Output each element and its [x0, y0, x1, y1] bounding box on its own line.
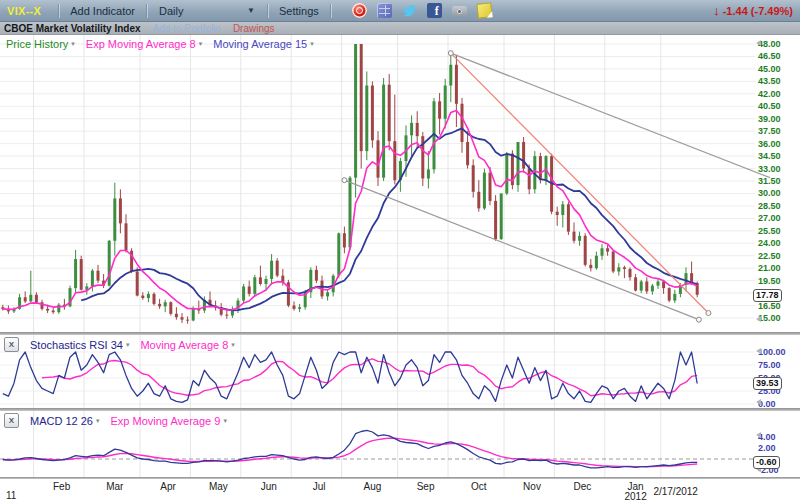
- change-readout: -1.44 (-7.49%): [723, 5, 793, 17]
- settings-button[interactable]: Settings: [276, 5, 322, 17]
- price-panel-header: Price History▾Exp Moving Average 8▾Movin…: [6, 38, 314, 50]
- axis-scroll-arrow[interactable]: [756, 399, 761, 405]
- drawings-link[interactable]: Drawings: [233, 23, 275, 34]
- price-last-badge: 17.78: [753, 289, 782, 302]
- price-history-dropdown[interactable]: Price History▾: [6, 38, 75, 50]
- indicator-label: Exp Moving Average 9: [111, 415, 221, 427]
- macd-12-26-dropdown[interactable]: MACD 12 26▾: [30, 415, 100, 427]
- indicator-label: MACD 12 26: [30, 415, 93, 427]
- toolbar-separator: [58, 4, 59, 18]
- toolbar-separator: [267, 4, 268, 18]
- indicator-label: Exp Moving Average 8: [86, 38, 196, 50]
- month-label: May: [196, 482, 240, 492]
- toolbar-separator: [330, 4, 331, 18]
- month-label: Jun: [247, 482, 291, 492]
- month-label: Dec: [560, 482, 604, 492]
- timeframe-dropdown[interactable]: Daily ▼: [155, 5, 259, 17]
- stochastics-last-badge: 39.53: [753, 377, 782, 390]
- macd-panel-header: X MACD 12 26▾Exp Moving Average 9▾: [4, 413, 227, 428]
- toolbar-icons: [347, 3, 497, 18]
- exp-moving-average-8-dropdown[interactable]: Exp Moving Average 8▾: [86, 38, 202, 50]
- chevron-down-icon: ▾: [96, 417, 100, 425]
- month-label: Mar: [93, 482, 137, 492]
- chevron-down-icon: ▾: [71, 40, 75, 48]
- month-label: Jan 2012: [614, 482, 658, 502]
- twitter-bird: [402, 3, 417, 18]
- chevron-down-icon: ▾: [231, 341, 235, 349]
- exp-moving-average-9-dropdown[interactable]: Exp Moving Average 9▾: [111, 415, 227, 427]
- symbol-label[interactable]: VIX--X: [7, 5, 41, 17]
- panel-divider[interactable]: [0, 332, 800, 335]
- blocks-icon[interactable]: [377, 3, 392, 18]
- timeframe-value: Daily: [159, 5, 183, 17]
- close-stochastics-button[interactable]: X: [4, 337, 19, 352]
- alert-icon[interactable]: [352, 3, 367, 18]
- chevron-down-icon: ▼: [247, 6, 255, 15]
- indicator-label: Moving Average 8: [140, 339, 228, 351]
- moving-average-8-dropdown[interactable]: Moving Average 8▾: [140, 339, 234, 351]
- year-start-label: 11: [6, 490, 16, 501]
- month-label: Apr: [146, 482, 190, 492]
- instrument-bar: CBOE Market Volatility Index Add to Port…: [0, 22, 800, 35]
- panel-divider[interactable]: [0, 408, 800, 411]
- toolbar: VIX--X Add Indicator Daily ▼ Settings ↓ …: [0, 0, 800, 22]
- indicator-label: Stochastics RSI 34: [30, 339, 123, 351]
- down-arrow-icon: ↓: [713, 4, 720, 17]
- month-label: Sep: [404, 482, 448, 492]
- axis-scroll-arrow[interactable]: [756, 40, 761, 46]
- moving-average-15-dropdown[interactable]: Moving Average 15▾: [213, 38, 314, 50]
- facebook-icon[interactable]: [427, 3, 442, 18]
- chevron-down-icon: ▾: [126, 341, 130, 349]
- time-axis: 11 2/17/2012 FebMarAprMayJunJulAugSepOct…: [0, 479, 800, 502]
- add-to-portfolio-link[interactable]: Add to Portfolio: [153, 23, 221, 34]
- toolbar-separator: [146, 4, 147, 18]
- macd-last-badge: -0.60: [753, 456, 780, 469]
- end-date-label: 2/17/2012: [653, 486, 698, 497]
- twitter-icon[interactable]: [402, 3, 417, 18]
- month-label: Oct: [457, 482, 501, 492]
- month-label: Jul: [297, 482, 341, 492]
- month-label: Aug: [350, 482, 394, 492]
- stochastics-panel-header: X Stochastics RSI 34▾Moving Average 8▾: [4, 337, 235, 352]
- indicator-label: Moving Average 15: [213, 38, 307, 50]
- charting-app: { "toolbar": { "symbol": "VIX--X", "add_…: [0, 0, 800, 502]
- note-icon[interactable]: [476, 2, 492, 18]
- chevron-down-icon: ▾: [310, 40, 314, 48]
- indicator-label: Price History: [6, 38, 68, 50]
- axis-scroll-arrow[interactable]: [756, 432, 761, 438]
- month-label: Feb: [40, 482, 84, 492]
- instrument-title: CBOE Market Volatility Index: [4, 23, 141, 34]
- camera-icon[interactable]: [452, 6, 467, 17]
- close-macd-button[interactable]: X: [4, 413, 19, 428]
- add-indicator-button[interactable]: Add Indicator: [67, 5, 138, 17]
- panel-divider: [0, 477, 800, 479]
- month-label: Nov: [510, 482, 554, 492]
- chevron-down-icon: ▾: [199, 40, 203, 48]
- axis-scroll-arrow[interactable]: [756, 316, 761, 322]
- axis-scroll-arrow[interactable]: [756, 348, 761, 354]
- chevron-down-icon: ▾: [223, 417, 227, 425]
- stochastics-rsi-34-dropdown[interactable]: Stochastics RSI 34▾: [30, 339, 129, 351]
- price-chart[interactable]: [0, 35, 800, 332]
